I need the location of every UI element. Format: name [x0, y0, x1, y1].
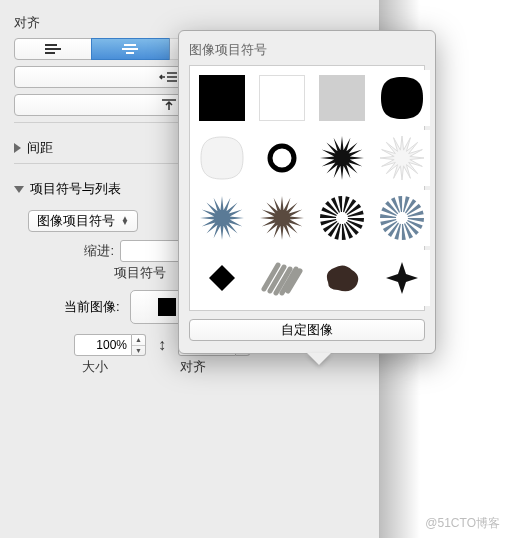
- svg-point-0: [270, 146, 294, 170]
- align-label: 对齐: [180, 358, 206, 376]
- indent-label: 缩进:: [54, 242, 114, 260]
- bullet-grid: [189, 65, 425, 311]
- bullet-square-black[interactable]: [194, 70, 250, 126]
- watermark: @51CTO博客: [425, 515, 500, 532]
- size-stepper[interactable]: ▲▼: [132, 334, 146, 356]
- bullet-sunray-blue[interactable]: [374, 190, 430, 246]
- bullet-scribble-grey[interactable]: [254, 250, 310, 306]
- bullet-starburst-white[interactable]: [374, 130, 430, 186]
- bullet-square-white[interactable]: [254, 70, 310, 126]
- size-label: 大小: [82, 358, 108, 376]
- popover-title: 图像项目符号: [189, 41, 425, 59]
- size-input-group: ▲▼: [74, 334, 146, 356]
- align-center-button[interactable]: [91, 38, 169, 60]
- bullet-squircle-black[interactable]: [374, 70, 430, 126]
- bullet-blob-brown[interactable]: [314, 250, 370, 306]
- updown-caret-icon: ▲▼: [121, 217, 129, 225]
- current-image-label: 当前图像:: [64, 298, 120, 316]
- bullet-type-dropdown[interactable]: 图像项目符号 ▲▼: [28, 210, 138, 232]
- bullet-diamond-black[interactable]: [194, 250, 250, 306]
- bullet-square-grey[interactable]: [314, 70, 370, 126]
- bullet-sublabel: 项目符号: [114, 264, 166, 282]
- bullets-lists-label: 项目符号与列表: [30, 180, 121, 198]
- bullet-starburst-brown[interactable]: [254, 190, 310, 246]
- bullet-fourpoint-black[interactable]: [374, 250, 430, 306]
- bullet-circle-outline[interactable]: [254, 130, 310, 186]
- bullet-starburst-black[interactable]: [314, 130, 370, 186]
- dropdown-label: 图像项目符号: [37, 212, 115, 230]
- custom-image-button[interactable]: 自定图像: [189, 319, 425, 341]
- bullet-squircle-white[interactable]: [194, 130, 250, 186]
- chevron-down-icon: [14, 186, 24, 193]
- image-bullet-popover: 图像项目符号 自定图像: [178, 30, 436, 354]
- bullet-starburst-blue[interactable]: [194, 190, 250, 246]
- size-input[interactable]: [74, 334, 132, 356]
- vertical-arrows-icon: ↕: [158, 336, 166, 354]
- chevron-right-icon: [14, 143, 21, 153]
- square-black-icon: [158, 298, 176, 316]
- bullet-sunray-black[interactable]: [314, 190, 370, 246]
- align-left-button[interactable]: [14, 38, 92, 60]
- spacing-label: 间距: [27, 139, 53, 157]
